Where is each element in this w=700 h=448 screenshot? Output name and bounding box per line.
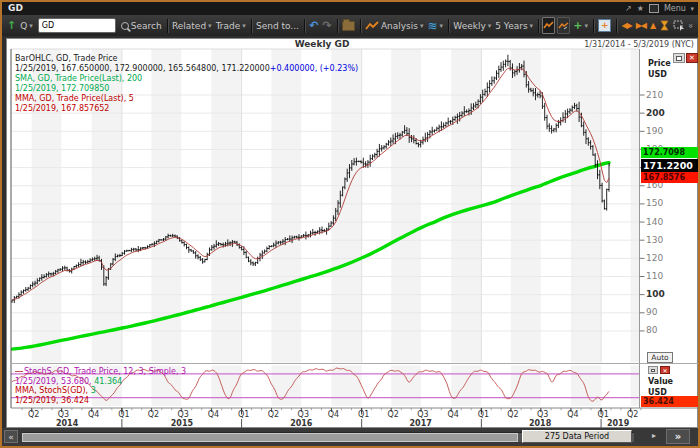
x-axis-year-label: 2014: [49, 419, 85, 428]
application-window: { "window": { "title": "GD", "menu_label…: [0, 0, 700, 448]
y-axis-tick-label: 140: [646, 217, 686, 227]
range-dropdown[interactable]: 5 Years▾: [495, 21, 533, 31]
legend-line: BarOHLC, GD, Trade Price: [15, 54, 358, 64]
window-title: GD: [8, 3, 23, 13]
price-callout: 167.8576: [641, 172, 699, 183]
line-chart-pointer-icon: [558, 21, 569, 30]
stoch-axis-title: ValueUSD: [648, 376, 673, 398]
hourglass-icon[interactable]: [660, 20, 669, 31]
x-axis-quarter-label: Q1: [233, 410, 255, 419]
y-axis-tick-label: 130: [646, 235, 686, 245]
legend-line: 1/25/2019, 36.424: [15, 396, 186, 406]
x-axis-quarter-label: Q2: [382, 410, 404, 419]
redo-icon[interactable]: ↷: [322, 19, 331, 32]
bottom-scroll-bar: « 275 Data Period ▸ »: [2, 428, 698, 446]
x-axis-year-label: 2019: [600, 419, 636, 428]
folder-icon[interactable]: [342, 21, 355, 31]
x-axis-quarter-label: Q3: [172, 410, 194, 419]
chart-mode-button[interactable]: [542, 17, 555, 34]
chart-date-range: 1/31/2014 - 5/3/2019 (NYC): [454, 40, 694, 49]
star-icon[interactable]: ★: [637, 5, 644, 13]
trade-dropdown[interactable]: Trade▾: [216, 21, 246, 31]
popout-icon[interactable]: ↗: [625, 5, 632, 13]
window-titlebar[interactable]: GD: [2, 2, 698, 15]
send-to-button[interactable]: Send to...: [256, 21, 299, 31]
related-dropdown[interactable]: Related▾: [172, 21, 212, 31]
data-period-button[interactable]: 275 Data Period: [522, 430, 632, 443]
legend-line: StochS, GD, Trade Price, 12, 3, Simple, …: [15, 367, 186, 377]
x-axis-quarter-label: Q3: [412, 410, 434, 419]
scroll-step-right-icon[interactable]: ▸: [652, 431, 656, 440]
x-axis-year-label: 2015: [164, 419, 200, 428]
legend-line: 1/25/2019, 167.650000, 172.900000, 165.5…: [15, 64, 358, 74]
expand-horizontal-icon[interactable]: ◀▶: [621, 21, 631, 30]
x-axis-quarter-label: Q4: [202, 410, 224, 419]
search-button[interactable]: Search: [121, 21, 162, 31]
undo-icon[interactable]: ↶: [309, 19, 318, 32]
x-axis-quarter-label: Q1: [353, 410, 375, 419]
x-axis-quarter-label: Q2: [622, 410, 644, 419]
x-axis-quarter-label: Q2: [142, 410, 164, 419]
scroll-left-button[interactable]: «: [4, 430, 18, 443]
zoom-select-icon[interactable]: [673, 20, 685, 31]
y-axis-tick-label: 90: [646, 307, 686, 317]
legend-line: SMA, GD, Trade Price(Last), 200: [15, 74, 358, 84]
stoch-pane-close-icon[interactable]: ✕: [660, 366, 670, 374]
legend-line: 1/25/2019, 53.680, 41.364: [15, 377, 186, 387]
x-axis-quarter-label: Q1: [592, 410, 614, 419]
price-callout: 172.7098: [641, 147, 699, 158]
price-axis-title: PriceUSD: [648, 58, 671, 80]
styles-dropdown[interactable]: ≋▾: [428, 19, 444, 33]
x-axis-quarter-label: Q4: [442, 410, 464, 419]
auto-scale-button[interactable]: Auto: [647, 352, 673, 363]
periodicity-dropdown[interactable]: Weekly▾: [453, 21, 491, 31]
x-axis-year-label: 2018: [522, 419, 558, 428]
x-axis-quarter-label: Q4: [562, 410, 584, 419]
y-axis-tick-label: 100: [646, 289, 686, 299]
symbol-input[interactable]: [38, 18, 116, 33]
legend-line: 1/25/2019, 172.709850: [15, 84, 358, 94]
add-pane-icon[interactable]: +: [598, 19, 611, 32]
compress-horizontal-icon[interactable]: ▶◀: [636, 21, 646, 30]
x-axis-quarter-label: Q2: [262, 410, 284, 419]
y-axis-tick-label: 80: [646, 325, 686, 335]
x-axis-quarter-label: Q3: [292, 410, 314, 419]
go-arrow-icon[interactable]: ↑: [7, 19, 16, 32]
y-axis-tick-label: 190: [646, 126, 686, 136]
waves-icon: ≋: [428, 19, 438, 33]
menu-button[interactable]: Menu ▾: [664, 4, 694, 13]
y-axis-tick-label: 110: [646, 271, 686, 281]
y-axis-tick-label: 200: [646, 108, 686, 118]
legend-line: 1/25/2019, 167.857652: [15, 104, 358, 114]
y-axis-tick-label: 120: [646, 253, 686, 263]
x-axis-quarter-label: Q2: [23, 410, 45, 419]
x-axis-quarter-label: Q4: [323, 410, 345, 419]
x-axis-year-label: 2017: [403, 419, 439, 428]
x-axis-quarter-label: Q3: [532, 410, 554, 419]
expand-vertical-icon[interactable]: ▲: [650, 21, 656, 30]
stoch-pane-legend: StochS, GD, Trade Price, 12, 3, Simple, …: [15, 367, 186, 405]
y-axis-tick-label: 150: [646, 198, 686, 208]
scroll-right-button[interactable]: »: [666, 429, 690, 444]
more-tools-icon[interactable]: »: [687, 24, 696, 28]
analysis-dropdown[interactable]: Analysis▾: [365, 21, 424, 31]
price-callout: 171.2200: [641, 159, 699, 172]
quote-type-button[interactable]: Q▾: [20, 21, 33, 31]
price-pane-legend: BarOHLC, GD, Trade Price1/25/2019, 167.6…: [15, 54, 358, 114]
scrollbar-thumb[interactable]: [22, 433, 518, 442]
x-axis-quarter-label: Q2: [502, 410, 524, 419]
pane-close-icon[interactable]: ✕: [686, 53, 698, 63]
crosshair-icon: +: [573, 19, 582, 32]
pane-restore-icon[interactable]: [673, 53, 685, 63]
legend-line: MMA, StochS(GD), 3: [15, 386, 186, 396]
legend-line: MMA, GD, Trade Price(Last), 5: [15, 94, 358, 104]
x-axis-quarter-label: Q1: [113, 410, 135, 419]
crosshair-dropdown[interactable]: +▾: [573, 19, 588, 32]
chart-mode-alt-button[interactable]: [557, 17, 570, 34]
titlebar-controls: ↗ ★ Menu ▾: [625, 2, 694, 15]
main-toolbar: ↑ Q▾ Search Related▾ Trade▾ Send to... ↶…: [2, 15, 698, 36]
stoch-pane-restore-icon[interactable]: [648, 366, 658, 374]
window-icon[interactable]: [649, 4, 659, 13]
x-axis-quarter-label: Q3: [53, 410, 75, 419]
search-icon: [121, 22, 129, 30]
